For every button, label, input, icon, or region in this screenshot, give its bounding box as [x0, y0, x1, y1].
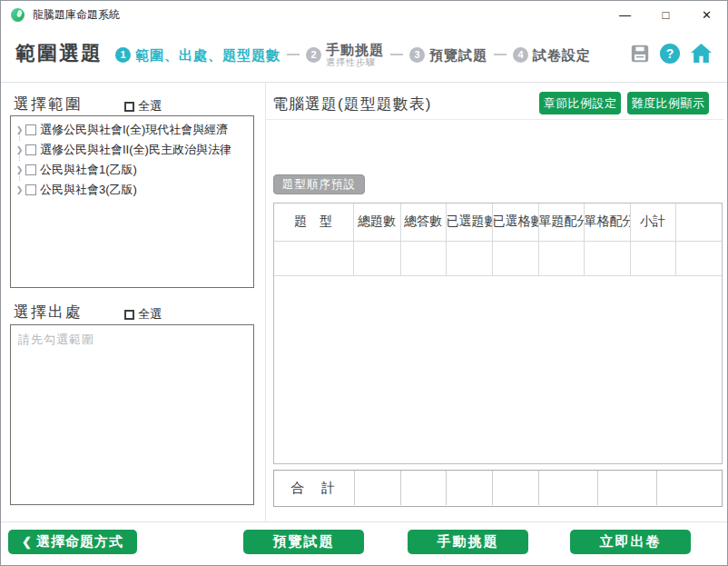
tree-item[interactable]: ❯ 選修公民與社會I(全)現代社會與經濟	[14, 120, 253, 140]
home-icon[interactable]	[690, 43, 713, 64]
table-cell	[492, 241, 538, 275]
table-cell	[538, 241, 584, 275]
wizard-steps: 1 範圍、出處、題型題數 2 手動挑題 選擇性步驟 3 預覽試題 4 試卷設定	[115, 30, 591, 79]
checkbox-icon[interactable]	[25, 144, 36, 155]
column-divider	[265, 83, 266, 522]
col-extra	[675, 204, 722, 241]
source-placeholder: 請先勾選範圍	[18, 332, 246, 348]
checkbox-icon[interactable]	[124, 102, 134, 112]
table-cell	[630, 241, 675, 275]
tree-item-label: 公民與社會1(乙版)	[40, 162, 137, 178]
close-button[interactable]: ✕	[686, 1, 727, 28]
select-all-label: 全選	[138, 98, 162, 114]
totals-cell	[354, 471, 400, 505]
col-total-answers: 總答數	[400, 204, 446, 241]
table-header-row: 題 型 總題數 總答數 已選題數 已選格數 單題配分 單格配分 小計	[274, 204, 722, 241]
tree-item[interactable]: ❯ 公民與社會3(乙版)	[14, 180, 253, 200]
step-3-preview[interactable]: 3 預覽試題	[409, 47, 487, 63]
table-cell	[446, 241, 492, 275]
col-subtotal: 小計	[630, 204, 675, 241]
step-1-label: 範圍、出處、題型題數	[135, 47, 280, 63]
checkbox-icon[interactable]	[25, 124, 36, 135]
step-3-number-icon: 3	[409, 47, 425, 63]
maximize-button[interactable]: □	[645, 1, 686, 28]
preview-questions-button[interactable]: 預覽試題	[243, 530, 364, 554]
totals-cell	[400, 471, 446, 505]
totals-row: 合 計	[274, 471, 722, 505]
source-list: 請先勾選範圍	[10, 324, 254, 505]
question-type-order-preset-button[interactable]: 題型順序預設	[273, 174, 365, 194]
tree-item-label: 公民與社會3(乙版)	[40, 182, 137, 198]
question-type-table: 題 型 總題數 總答數 已選題數 已選格數 單題配分 單格配分 小計	[273, 203, 723, 464]
checkbox-icon[interactable]	[25, 184, 36, 195]
step-2-label: 手動挑題	[326, 42, 384, 57]
minimize-button[interactable]: —	[605, 1, 645, 28]
step-connector	[390, 54, 403, 55]
app-title: 龍騰題庫命題系統	[33, 7, 120, 23]
table-cell	[353, 241, 400, 275]
table-row	[274, 241, 722, 275]
totals-cell	[492, 471, 538, 505]
col-points-per-blank: 單格配分	[584, 204, 630, 241]
table-cell	[675, 241, 722, 275]
manual-pick-button[interactable]: 手動挑題	[408, 530, 528, 554]
save-icon[interactable]	[630, 44, 650, 64]
col-total-questions: 總題數	[353, 204, 400, 241]
header-icons: ?	[630, 43, 713, 64]
chapter-ratio-button[interactable]: 章節比例設定	[539, 92, 621, 114]
totals-cell	[597, 471, 656, 505]
step-4-number-icon: 4	[513, 47, 528, 63]
step-2-number-icon: 2	[306, 47, 321, 63]
checkbox-icon[interactable]	[25, 164, 36, 175]
select-all-label: 全選	[138, 306, 162, 323]
totals-table: 合 計	[273, 470, 723, 507]
step-2-manual-pick[interactable]: 2 手動挑題 選擇性步驟	[306, 42, 384, 67]
page-title: 範圍選題	[15, 40, 103, 67]
right-panel-divider	[266, 119, 723, 120]
totals-cell	[656, 471, 722, 505]
step-2-sublabel: 選擇性步驟	[326, 57, 384, 67]
step-4-label: 試卷設定	[533, 47, 591, 63]
bottom-divider	[1, 521, 728, 522]
difficulty-ratio-button[interactable]: 難度比例顯示	[627, 92, 709, 114]
expand-icon[interactable]: ❯	[14, 185, 25, 194]
col-selected-questions: 已選題數	[446, 204, 492, 241]
choose-method-back-button[interactable]: ❮ 選擇命題方式	[8, 530, 137, 554]
range-tree: ❯ 選修公民與社會I(全)現代社會與經濟 ❯ 選修公民與社會II(全)民主政治與…	[10, 115, 254, 288]
expand-icon[interactable]: ❯	[14, 145, 25, 154]
generate-paper-button[interactable]: 立即出卷	[570, 530, 691, 554]
tree-item-label: 選修公民與社會I(全)現代社會與經濟	[40, 122, 228, 138]
expand-icon[interactable]: ❯	[14, 125, 25, 134]
totals-cell	[446, 471, 492, 505]
tree-item-label: 選修公民與社會II(全)民主政治與法律	[40, 142, 231, 158]
col-question-type: 題 型	[274, 204, 353, 241]
tree-item[interactable]: ❯ 選修公民與社會II(全)民主政治與法律	[14, 140, 253, 160]
checkbox-icon[interactable]	[124, 310, 134, 320]
tree-item[interactable]: ❯ 公民與社會1(乙版)	[14, 160, 253, 180]
window-controls: — □ ✕	[605, 1, 727, 28]
app-window: 龍騰題庫命題系統 — □ ✕ 範圍選題 1 範圍、出處、題型題數 2 手動挑題 …	[0, 0, 728, 566]
range-section-title: 選擇範圍	[14, 94, 83, 114]
range-select-all[interactable]: 全選	[124, 98, 162, 114]
step-connector	[287, 54, 300, 55]
table-cell	[274, 241, 353, 275]
step-4-paper-settings[interactable]: 4 試卷設定	[513, 47, 591, 63]
totals-cell	[538, 471, 597, 505]
step-1-range[interactable]: 1 範圍、出處、題型題數	[115, 47, 280, 63]
back-button-label: 選擇命題方式	[36, 533, 123, 551]
expand-icon[interactable]: ❯	[14, 165, 25, 174]
title-bar: 龍騰題庫命題系統 — □ ✕	[1, 1, 727, 28]
computer-selection-title: 電腦選題(題型題數表)	[272, 94, 431, 114]
table-cell	[400, 241, 446, 275]
totals-label: 合 計	[274, 471, 354, 505]
col-points-per-question: 單題配分	[538, 204, 584, 241]
source-select-all[interactable]: 全選	[124, 306, 162, 323]
app-logo-icon	[11, 8, 25, 22]
help-icon[interactable]: ?	[660, 44, 680, 64]
chevron-left-icon: ❮	[22, 535, 33, 549]
step-3-label: 預覽試題	[429, 47, 487, 63]
col-selected-blanks: 已選格數	[492, 204, 538, 241]
step-connector	[494, 54, 507, 55]
step-1-number-icon: 1	[115, 47, 131, 63]
source-section-title: 選擇出處	[14, 302, 83, 323]
